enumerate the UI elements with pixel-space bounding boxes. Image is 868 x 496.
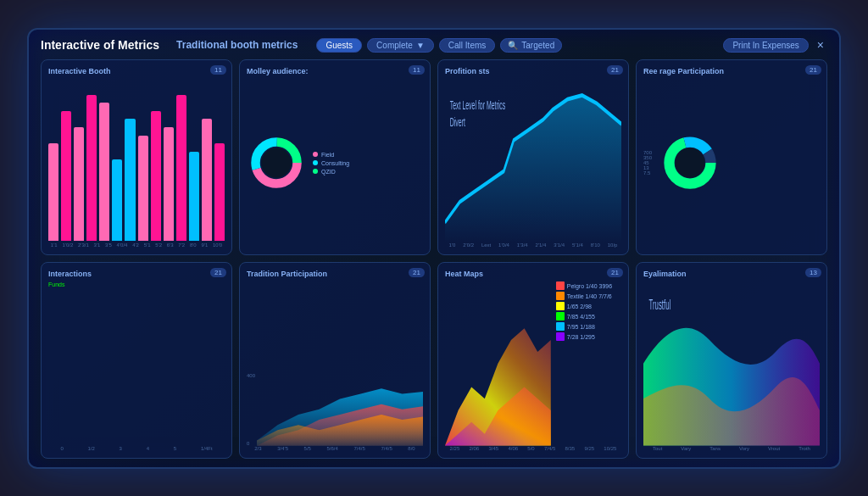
legend-item-consulting: Consulting xyxy=(313,160,349,166)
bar-item xyxy=(125,119,135,241)
btn-guests[interactable]: Guests xyxy=(316,38,362,53)
donut-svg xyxy=(247,133,306,192)
satisfaction-svg: Trustful xyxy=(643,281,820,446)
heatmap-legend-color xyxy=(556,312,565,320)
legend-dot-field xyxy=(313,152,318,157)
card-interactions: Interactions 21 Funds 01/23451/4Ft xyxy=(41,262,232,459)
heatmap-svg xyxy=(445,281,551,446)
legend-item-field: Field xyxy=(313,152,349,158)
card-badge-tradition: 21 xyxy=(409,268,425,277)
donut-chart-area: Field Consulting QZID xyxy=(247,79,423,248)
legend-dot-consulting xyxy=(313,160,318,165)
area-chart-row: 400 0 xyxy=(247,373,423,446)
dashboard-screen: Interactive of Metrics Traditional booth… xyxy=(27,28,841,469)
card-badge-heatmap: 21 xyxy=(607,268,623,277)
card-title-satisfaction: Eyalimation xyxy=(643,270,820,278)
dashboard-grid: Interactive Booth 11 1'11'0/22'3/13'13'5… xyxy=(41,59,827,459)
legend-item-qzid: QZID xyxy=(313,169,349,175)
card-interactive-booth: Interactive Booth 11 1'11'0/22'3/13'13'5… xyxy=(41,59,232,256)
y-labels-participation: 700 350 45 13 7.5 xyxy=(643,150,654,176)
heatmap-container: Pelgro 1/40 3996Textile 1/40 7/7/61/65 2… xyxy=(445,281,621,446)
card-audience: Molley audience: 11 Field xyxy=(239,59,431,256)
svg-text:Divert: Divert xyxy=(450,114,466,127)
heatmap-legend-color xyxy=(556,281,565,290)
bar-item xyxy=(151,111,161,241)
card-heat-maps: Heat Maps 21 xyxy=(437,262,629,459)
btn-print[interactable]: Print In Expenses xyxy=(723,38,808,53)
bar-item xyxy=(74,127,84,241)
card-badge-satisfaction: 13 xyxy=(805,268,821,277)
search-icon: 🔍 xyxy=(508,41,518,50)
heatmap-legend-item: 7/85 4/155 xyxy=(556,312,612,320)
heatmap-legend-color xyxy=(556,322,565,331)
card-profitability: Profition sts 21 Text Level for Metrics … xyxy=(437,59,629,256)
participation-chart-area: 700 350 45 13 7.5 xyxy=(643,79,820,248)
card-title-profitability: Profition sts xyxy=(445,67,621,75)
header-controls: Guests Complete ▼ Call Items 🔍 Targeted xyxy=(316,38,715,53)
profitability-x-labels: 1'0 2'0/2 Lext 1'0/4 1'3/4 2'1/4 3'1/4 5… xyxy=(445,242,621,248)
card-title-tradition: Tradition Participation xyxy=(247,270,423,278)
search-box[interactable]: 🔍 Targeted xyxy=(500,38,562,53)
heatmap-legend-item: 7/95 1/188 xyxy=(556,322,612,331)
area-chart-area: 400 0 xyxy=(247,281,423,446)
heatmap-legend-item: Textile 1/40 7/7/6 xyxy=(556,292,612,300)
close-button[interactable]: × xyxy=(814,38,827,52)
heatmap-x-labels: 2/252/063/454/065/07/4/58/359/2510/25 xyxy=(445,446,621,451)
participation-donut-container: 700 350 45 13 7.5 xyxy=(643,79,820,248)
heatmap-legend: Pelgro 1/40 3996Textile 1/40 7/7/61/65 2… xyxy=(556,281,612,446)
satisfaction-chart-area: Trustful xyxy=(643,281,820,446)
svg-text:Text Level for Metrics: Text Level for Metrics xyxy=(450,98,506,111)
heatmap-legend-color xyxy=(556,332,565,341)
btn-complete[interactable]: Complete ▼ xyxy=(367,38,434,53)
participation-donut-svg xyxy=(660,133,720,192)
area-y-labels: 400 0 xyxy=(247,373,257,446)
heatmap-legend-item: 1/65 2/98 xyxy=(556,302,612,310)
bar-item xyxy=(189,152,199,241)
card-badge-participation: 21 xyxy=(805,65,821,75)
multibar-x-labels: 01/23451/4Ft xyxy=(48,446,225,451)
header: Interactive of Metrics Traditional booth… xyxy=(41,38,827,53)
bar-chart xyxy=(48,79,225,243)
card-badge-audience: 11 xyxy=(409,65,425,75)
card-badge-interactions: 21 xyxy=(210,268,226,277)
donut-container: Field Consulting QZID xyxy=(247,79,423,248)
svg-point-3 xyxy=(262,148,292,178)
heatmap-legend-color xyxy=(556,292,565,300)
heatmap-chart-area: Pelgro 1/40 3996Textile 1/40 7/7/61/65 2… xyxy=(445,281,621,446)
satisfaction-x-labels: ToutVaryTansVoryVroutTroth xyxy=(643,446,820,451)
heatmap-legend-color xyxy=(556,302,565,310)
card-tradition-participation: Tradition Participation 21 400 0 xyxy=(239,262,431,459)
multibar-chart xyxy=(48,289,225,446)
bar-item xyxy=(176,95,186,241)
bar-item xyxy=(112,159,122,241)
line-chart-area: Text Level for Metrics Divert xyxy=(445,79,621,243)
area-chart-svg xyxy=(257,373,423,446)
heatmap-legend-item: Pelgro 1/40 3996 xyxy=(556,281,612,290)
bar-item xyxy=(138,136,148,241)
btn-call-items[interactable]: Call Items xyxy=(439,38,495,53)
interactions-legend: Funds xyxy=(48,281,225,287)
card-badge-interactive-booth: 11 xyxy=(210,65,226,75)
bar-item xyxy=(202,119,212,241)
card-title-audience: Molley audience: xyxy=(247,67,423,75)
line-chart-svg: Text Level for Metrics Divert xyxy=(445,79,621,243)
bar-item xyxy=(214,143,225,241)
header-subtitle: Traditional booth metrics xyxy=(176,39,298,51)
bar-item xyxy=(48,143,58,241)
bar-item xyxy=(99,103,109,241)
card-satisfaction: Eyalimation 13 xyxy=(636,262,827,459)
legend-dot-qzid xyxy=(313,169,318,174)
heatmap-legend-item: 7/28 1/295 xyxy=(556,332,612,341)
bar-item xyxy=(86,95,97,241)
card-title-participation: Ree rage Participation xyxy=(643,67,820,75)
card-badge-profitability: 21 xyxy=(607,65,623,75)
card-title-interactive-booth: Interactive Booth xyxy=(48,67,225,75)
card-title-interactions: Interactions xyxy=(48,270,225,278)
card-title-heatmap: Heat Maps xyxy=(445,270,621,278)
bar-item xyxy=(164,127,174,241)
bar-item xyxy=(61,111,71,241)
area-x-labels: 2/33/4'55/55/6/47/4/57/4/58/0 xyxy=(247,446,423,451)
card-participation: Ree rage Participation 21 700 350 45 13 … xyxy=(636,59,827,256)
multibar-chart-area: 01/23451/4Ft xyxy=(48,289,225,451)
multibar-chart-axis: 01/23451/4Ft xyxy=(48,289,225,451)
